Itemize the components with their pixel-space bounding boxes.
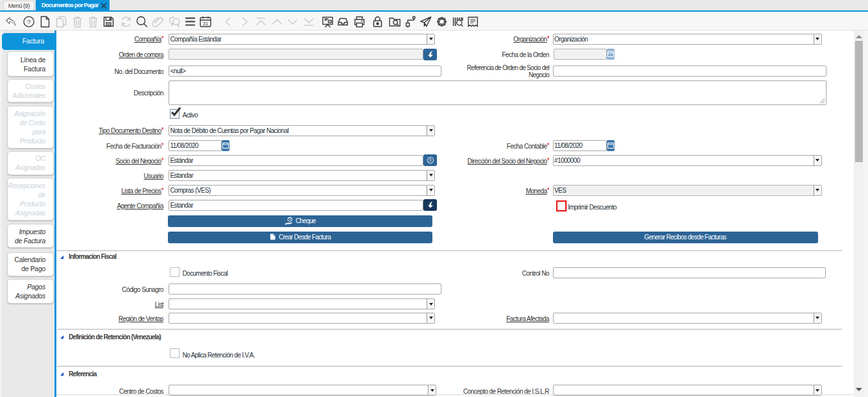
svg-text:31: 31 [203, 21, 208, 27]
svg-text:?: ? [27, 18, 30, 25]
